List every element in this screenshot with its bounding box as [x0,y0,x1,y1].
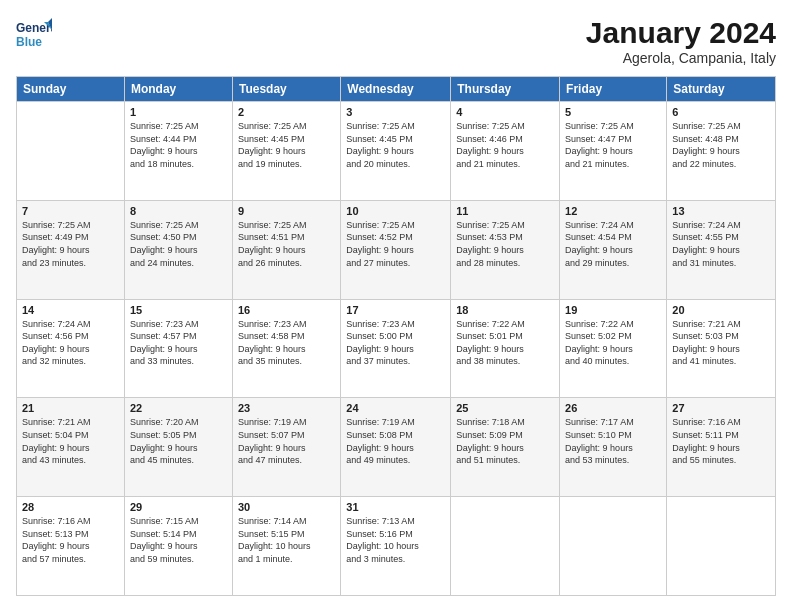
day-number: 31 [346,501,445,513]
table-row: 30Sunrise: 7:14 AM Sunset: 5:15 PM Dayli… [232,497,340,596]
location-subtitle: Agerola, Campania, Italy [586,50,776,66]
day-info: Sunrise: 7:25 AM Sunset: 4:51 PM Dayligh… [238,219,335,269]
table-row: 31Sunrise: 7:13 AM Sunset: 5:16 PM Dayli… [341,497,451,596]
day-number: 21 [22,402,119,414]
day-info: Sunrise: 7:23 AM Sunset: 4:58 PM Dayligh… [238,318,335,368]
day-info: Sunrise: 7:19 AM Sunset: 5:08 PM Dayligh… [346,416,445,466]
table-row: 18Sunrise: 7:22 AM Sunset: 5:01 PM Dayli… [451,299,560,398]
table-row: 16Sunrise: 7:23 AM Sunset: 4:58 PM Dayli… [232,299,340,398]
day-number: 18 [456,304,554,316]
day-number: 5 [565,106,661,118]
table-row [17,102,125,201]
day-info: Sunrise: 7:21 AM Sunset: 5:04 PM Dayligh… [22,416,119,466]
calendar-week-row: 28Sunrise: 7:16 AM Sunset: 5:13 PM Dayli… [17,497,776,596]
table-row [667,497,776,596]
day-number: 3 [346,106,445,118]
day-number: 17 [346,304,445,316]
day-info: Sunrise: 7:25 AM Sunset: 4:53 PM Dayligh… [456,219,554,269]
table-row: 27Sunrise: 7:16 AM Sunset: 5:11 PM Dayli… [667,398,776,497]
col-friday: Friday [560,77,667,102]
day-info: Sunrise: 7:25 AM Sunset: 4:44 PM Dayligh… [130,120,227,170]
day-info: Sunrise: 7:24 AM Sunset: 4:55 PM Dayligh… [672,219,770,269]
day-info: Sunrise: 7:25 AM Sunset: 4:45 PM Dayligh… [238,120,335,170]
day-info: Sunrise: 7:19 AM Sunset: 5:07 PM Dayligh… [238,416,335,466]
day-info: Sunrise: 7:16 AM Sunset: 5:11 PM Dayligh… [672,416,770,466]
table-row [451,497,560,596]
day-info: Sunrise: 7:15 AM Sunset: 5:14 PM Dayligh… [130,515,227,565]
day-number: 28 [22,501,119,513]
day-info: Sunrise: 7:25 AM Sunset: 4:52 PM Dayligh… [346,219,445,269]
calendar-week-row: 7Sunrise: 7:25 AM Sunset: 4:49 PM Daylig… [17,200,776,299]
col-sunday: Sunday [17,77,125,102]
day-info: Sunrise: 7:25 AM Sunset: 4:45 PM Dayligh… [346,120,445,170]
day-number: 10 [346,205,445,217]
day-number: 4 [456,106,554,118]
day-info: Sunrise: 7:21 AM Sunset: 5:03 PM Dayligh… [672,318,770,368]
day-info: Sunrise: 7:22 AM Sunset: 5:02 PM Dayligh… [565,318,661,368]
day-number: 20 [672,304,770,316]
day-info: Sunrise: 7:25 AM Sunset: 4:48 PM Dayligh… [672,120,770,170]
calendar-table: Sunday Monday Tuesday Wednesday Thursday… [16,76,776,596]
table-row: 10Sunrise: 7:25 AM Sunset: 4:52 PM Dayli… [341,200,451,299]
table-row: 24Sunrise: 7:19 AM Sunset: 5:08 PM Dayli… [341,398,451,497]
day-info: Sunrise: 7:20 AM Sunset: 5:05 PM Dayligh… [130,416,227,466]
table-row: 3Sunrise: 7:25 AM Sunset: 4:45 PM Daylig… [341,102,451,201]
day-number: 30 [238,501,335,513]
table-row: 14Sunrise: 7:24 AM Sunset: 4:56 PM Dayli… [17,299,125,398]
table-row: 9Sunrise: 7:25 AM Sunset: 4:51 PM Daylig… [232,200,340,299]
logo-svg-icon: General Blue [16,16,52,52]
day-number: 9 [238,205,335,217]
col-tuesday: Tuesday [232,77,340,102]
day-number: 13 [672,205,770,217]
day-number: 2 [238,106,335,118]
day-info: Sunrise: 7:16 AM Sunset: 5:13 PM Dayligh… [22,515,119,565]
table-row: 15Sunrise: 7:23 AM Sunset: 4:57 PM Dayli… [124,299,232,398]
table-row: 13Sunrise: 7:24 AM Sunset: 4:55 PM Dayli… [667,200,776,299]
day-number: 27 [672,402,770,414]
table-row: 23Sunrise: 7:19 AM Sunset: 5:07 PM Dayli… [232,398,340,497]
table-row: 28Sunrise: 7:16 AM Sunset: 5:13 PM Dayli… [17,497,125,596]
header: General Blue January 2024 Agerola, Campa… [16,16,776,66]
table-row: 20Sunrise: 7:21 AM Sunset: 5:03 PM Dayli… [667,299,776,398]
calendar-header-row: Sunday Monday Tuesday Wednesday Thursday… [17,77,776,102]
day-number: 24 [346,402,445,414]
day-number: 19 [565,304,661,316]
day-number: 12 [565,205,661,217]
calendar-week-row: 1Sunrise: 7:25 AM Sunset: 4:44 PM Daylig… [17,102,776,201]
table-row: 17Sunrise: 7:23 AM Sunset: 5:00 PM Dayli… [341,299,451,398]
day-info: Sunrise: 7:24 AM Sunset: 4:56 PM Dayligh… [22,318,119,368]
day-number: 29 [130,501,227,513]
day-info: Sunrise: 7:25 AM Sunset: 4:50 PM Dayligh… [130,219,227,269]
calendar-week-row: 14Sunrise: 7:24 AM Sunset: 4:56 PM Dayli… [17,299,776,398]
day-info: Sunrise: 7:18 AM Sunset: 5:09 PM Dayligh… [456,416,554,466]
table-row: 2Sunrise: 7:25 AM Sunset: 4:45 PM Daylig… [232,102,340,201]
table-row: 7Sunrise: 7:25 AM Sunset: 4:49 PM Daylig… [17,200,125,299]
day-number: 25 [456,402,554,414]
day-info: Sunrise: 7:23 AM Sunset: 4:57 PM Dayligh… [130,318,227,368]
day-number: 16 [238,304,335,316]
col-wednesday: Wednesday [341,77,451,102]
day-number: 23 [238,402,335,414]
day-number: 14 [22,304,119,316]
table-row: 26Sunrise: 7:17 AM Sunset: 5:10 PM Dayli… [560,398,667,497]
calendar-week-row: 21Sunrise: 7:21 AM Sunset: 5:04 PM Dayli… [17,398,776,497]
day-info: Sunrise: 7:24 AM Sunset: 4:54 PM Dayligh… [565,219,661,269]
table-row: 11Sunrise: 7:25 AM Sunset: 4:53 PM Dayli… [451,200,560,299]
day-number: 15 [130,304,227,316]
day-info: Sunrise: 7:17 AM Sunset: 5:10 PM Dayligh… [565,416,661,466]
day-info: Sunrise: 7:25 AM Sunset: 4:49 PM Dayligh… [22,219,119,269]
logo-container: General Blue [16,16,52,52]
svg-text:Blue: Blue [16,35,42,49]
table-row: 6Sunrise: 7:25 AM Sunset: 4:48 PM Daylig… [667,102,776,201]
day-info: Sunrise: 7:25 AM Sunset: 4:46 PM Dayligh… [456,120,554,170]
table-row: 29Sunrise: 7:15 AM Sunset: 5:14 PM Dayli… [124,497,232,596]
day-info: Sunrise: 7:25 AM Sunset: 4:47 PM Dayligh… [565,120,661,170]
page: General Blue January 2024 Agerola, Campa… [0,0,792,612]
table-row: 8Sunrise: 7:25 AM Sunset: 4:50 PM Daylig… [124,200,232,299]
day-number: 26 [565,402,661,414]
col-thursday: Thursday [451,77,560,102]
day-info: Sunrise: 7:13 AM Sunset: 5:16 PM Dayligh… [346,515,445,565]
day-info: Sunrise: 7:22 AM Sunset: 5:01 PM Dayligh… [456,318,554,368]
month-title: January 2024 [586,16,776,50]
table-row [560,497,667,596]
